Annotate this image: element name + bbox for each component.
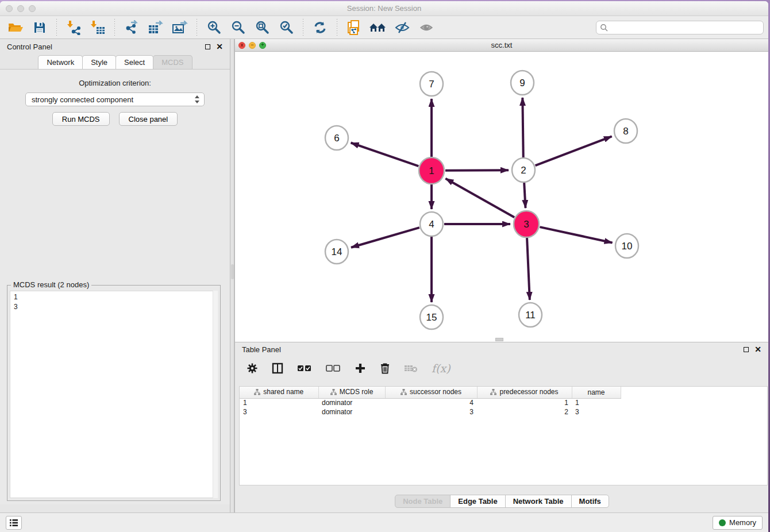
graph-node-11[interactable]: 11 bbox=[519, 303, 542, 327]
column-header-predecessor-nodes[interactable]: predecessor nodes bbox=[477, 387, 572, 398]
tab-network-table[interactable]: Network Table bbox=[505, 495, 572, 508]
table-cell[interactable]: 2 bbox=[477, 407, 572, 417]
graph-node-15[interactable]: 15 bbox=[420, 305, 443, 329]
zoom-fit-button[interactable] bbox=[251, 18, 273, 37]
graph-edge-3-1[interactable] bbox=[445, 179, 514, 217]
column-layout-button[interactable] bbox=[272, 363, 283, 374]
graph-node-2[interactable]: 2 bbox=[512, 158, 535, 182]
table-row[interactable]: 3dominator323 bbox=[240, 407, 621, 417]
table-settings-button[interactable] bbox=[247, 363, 258, 374]
refresh-icon bbox=[313, 20, 328, 35]
column-header-label: successor nodes bbox=[410, 388, 461, 396]
export-table-button[interactable] bbox=[145, 18, 167, 37]
save-session-button[interactable] bbox=[29, 18, 51, 37]
function-builder-button[interactable]: f(x) bbox=[432, 362, 451, 375]
import-network-button[interactable] bbox=[63, 18, 84, 37]
home-houses-icon bbox=[368, 21, 388, 34]
show-graphics-details-button[interactable] bbox=[415, 18, 437, 37]
select-all-button[interactable] bbox=[297, 364, 312, 372]
graph-node-9[interactable]: 9 bbox=[511, 71, 534, 95]
graph-node-14[interactable]: 14 bbox=[325, 240, 348, 264]
float-panel-icon[interactable] bbox=[205, 44, 210, 49]
graph-edge-4-14[interactable] bbox=[351, 228, 419, 248]
table-cell[interactable]: 4 bbox=[385, 398, 477, 407]
tab-select[interactable]: Select bbox=[116, 55, 153, 69]
graph-node-3[interactable]: 3 bbox=[514, 211, 539, 237]
task-history-button[interactable] bbox=[6, 516, 22, 530]
hide-panels-button[interactable] bbox=[391, 18, 413, 37]
tab-node-table[interactable]: Node Table bbox=[395, 495, 451, 508]
close-window-button[interactable] bbox=[6, 5, 13, 12]
refresh-view-button[interactable] bbox=[309, 18, 331, 37]
export-image-button[interactable] bbox=[169, 18, 191, 37]
cybrowser-home-button[interactable] bbox=[367, 18, 389, 37]
tab-edge-table[interactable]: Edge Table bbox=[450, 495, 505, 508]
graph-edge-3-10[interactable] bbox=[540, 227, 612, 242]
table-row[interactable]: 1dominator411 bbox=[240, 398, 621, 407]
column-header-MCDS-role[interactable]: MCDS role bbox=[318, 387, 385, 398]
tab-network[interactable]: Network bbox=[38, 55, 83, 69]
minimize-window-button[interactable] bbox=[17, 5, 24, 12]
duplicate-network-button[interactable] bbox=[343, 18, 365, 37]
run-mcds-button[interactable]: Run MCDS bbox=[52, 112, 110, 126]
graph-edge-3-11[interactable] bbox=[527, 238, 530, 300]
table-cell[interactable]: 1 bbox=[477, 398, 572, 407]
criterion-selected-value: strongly connected component bbox=[29, 95, 194, 104]
graph-node-6[interactable]: 6 bbox=[325, 126, 348, 150]
import-table-button[interactable] bbox=[87, 18, 109, 37]
tab-mcds[interactable]: MCDS bbox=[153, 55, 192, 69]
graph-node-10[interactable]: 10 bbox=[615, 234, 638, 258]
table-cell[interactable]: 3 bbox=[572, 407, 621, 417]
result-scrollbar[interactable] bbox=[213, 291, 218, 498]
optimization-criterion-label: Optimization criterion: bbox=[0, 79, 230, 87]
mcds-result-list[interactable]: 13 bbox=[10, 291, 218, 498]
column-header-successor-nodes[interactable]: successor nodes bbox=[385, 387, 477, 398]
graph-node-8[interactable]: 8 bbox=[614, 119, 637, 143]
graph-node-4[interactable]: 4 bbox=[420, 212, 443, 236]
table-cell[interactable]: dominator bbox=[318, 407, 385, 417]
open-folder-icon bbox=[7, 21, 24, 34]
open-session-button[interactable] bbox=[5, 18, 26, 37]
column-header-name[interactable]: name bbox=[572, 387, 621, 398]
close-panel-button[interactable]: Close panel bbox=[119, 112, 178, 126]
float-table-panel-icon[interactable] bbox=[744, 347, 749, 352]
table-cell[interactable]: 1 bbox=[572, 398, 621, 407]
right-column: x − + scc.txt 7968124314101511 Table Pan… bbox=[234, 39, 768, 512]
memory-button[interactable]: Memory bbox=[713, 516, 763, 530]
graph-edge-2-8[interactable] bbox=[536, 136, 612, 165]
export-network-button[interactable] bbox=[121, 18, 143, 37]
column-header-shared-name[interactable]: shared name bbox=[240, 387, 318, 398]
zoom-out-button[interactable] bbox=[227, 18, 249, 37]
add-column-button[interactable] bbox=[355, 363, 366, 374]
graph-edge-2-3[interactable] bbox=[524, 183, 525, 208]
status-bar: Memory bbox=[0, 512, 768, 532]
column-tree-icon bbox=[254, 389, 260, 395]
search-input[interactable] bbox=[610, 23, 760, 32]
close-table-panel-icon[interactable]: ✕ bbox=[754, 345, 761, 353]
canvas-bottom-grip[interactable] bbox=[495, 338, 503, 341]
delete-column-button[interactable] bbox=[380, 363, 390, 374]
zoom-in-button[interactable] bbox=[203, 18, 225, 37]
network-canvas[interactable]: 7968124314101511 bbox=[235, 52, 768, 342]
graph-edge-1-6[interactable] bbox=[351, 142, 419, 166]
graph-edge-1-2[interactable] bbox=[445, 170, 509, 171]
tab-style[interactable]: Style bbox=[82, 55, 116, 69]
table-cell[interactable]: dominator bbox=[318, 398, 385, 407]
deselect-all-button[interactable] bbox=[326, 364, 341, 372]
splitter-grip[interactable] bbox=[231, 264, 234, 279]
table-cell[interactable]: 3 bbox=[240, 407, 318, 417]
graph-node-7[interactable]: 7 bbox=[420, 72, 443, 96]
close-panel-icon[interactable]: ✕ bbox=[216, 43, 223, 51]
table-cell[interactable]: 1 bbox=[240, 398, 318, 407]
panel-splitter[interactable] bbox=[230, 39, 234, 512]
graph-node-1[interactable]: 1 bbox=[419, 157, 444, 184]
criterion-select[interactable]: strongly connected component bbox=[25, 92, 205, 106]
graph-edge-2-9[interactable] bbox=[522, 98, 523, 157]
tab-motifs[interactable]: Motifs bbox=[571, 495, 609, 508]
zoom-selected-button[interactable] bbox=[275, 18, 297, 37]
table-cell[interactable]: 3 bbox=[385, 407, 477, 417]
zoom-window-button[interactable] bbox=[29, 5, 36, 12]
network-window: x − + scc.txt 7968124314101511 bbox=[234, 39, 768, 342]
control-panel-title: Control Panel bbox=[7, 43, 52, 51]
delete-table-button[interactable] bbox=[404, 364, 418, 373]
